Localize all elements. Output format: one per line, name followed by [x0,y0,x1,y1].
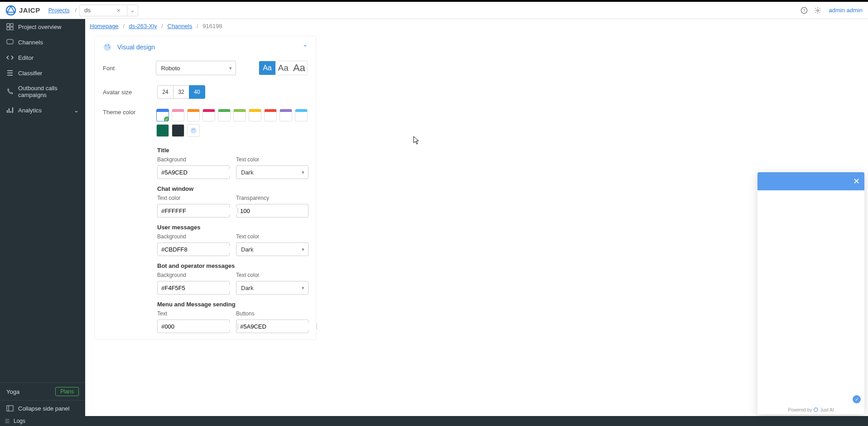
send-icon[interactable]: ✓ [853,395,861,403]
gear-icon[interactable] [811,4,825,17]
section-user-heading: User messages [157,224,308,231]
theme-swatch[interactable] [172,124,184,137]
chart-icon [6,106,14,114]
project-name: ds [84,7,110,14]
phone-icon [6,88,14,95]
font-size-small[interactable]: Aa [259,61,275,75]
chat-trans-label: Transparency [236,195,309,201]
svg-point-11 [105,45,106,46]
section-menu-heading: Menu and Message sending [157,301,308,308]
theme-swatch[interactable] [233,109,246,121]
comment-icon [6,39,14,46]
select-caret-icon: ▾ [302,247,304,252]
title-text-label: Text color [236,156,309,163]
sidebar-label: Project overview [18,24,61,30]
footer-logs[interactable]: Logs [14,418,25,424]
svg-point-10 [104,44,111,51]
svg-point-15 [192,129,193,130]
theme-swatch[interactable] [218,109,231,121]
sidebar-item-analytics[interactable]: Analytics ⌄ [0,102,85,118]
sidebar-label: Editor [18,54,34,61]
bot-text-select[interactable]: Dark▾ [236,281,309,295]
user-text-label: Text color [236,233,309,240]
palette-icon [189,126,198,135]
font-size-medium[interactable]: Aa [275,61,291,75]
title-bg-input[interactable] [157,165,230,179]
svg-point-17 [814,408,818,411]
logo-text: JAICP [19,6,40,14]
help-icon[interactable]: ? [797,4,811,17]
sidebar-item-outbound[interactable]: Outbound calls campaigns [0,81,85,102]
theme-label: Theme color [103,109,156,116]
section-title-heading: Title [157,147,308,154]
avatar-label: Avatar size [103,89,157,96]
font-label: Font [103,65,156,72]
logs-icon [5,418,10,424]
close-icon[interactable]: ✕ [853,176,860,186]
theme-swatch[interactable] [187,109,200,121]
plans-button[interactable]: Plans [55,387,79,396]
breadcrumb-home[interactable]: Homepage [90,23,119,29]
chat-trans-input[interactable] [236,204,309,218]
menu-text-input[interactable] [157,320,230,333]
avatar-size-toggle: 24 32 40 [157,85,205,99]
list-icon [6,69,14,77]
chat-footer: Powered by Just AI [757,405,864,414]
theme-swatch[interactable] [156,124,169,137]
section-chat-heading: Chat window [157,185,308,192]
theme-swatch[interactable] [280,109,292,121]
check-icon: ✓ [164,116,169,121]
breadcrumb: Homepage / ds-263-Xly / Channels / 91619… [85,19,868,33]
user-bg-input[interactable] [157,242,230,256]
visual-design-panel: Visual design ⌃ Font Roboto ▾ Aa Aa Aa [94,36,316,340]
theme-custom-swatch[interactable] [187,124,200,137]
sidebar-item-editor[interactable]: Editor [0,50,85,65]
theme-swatch[interactable] [172,109,184,121]
breadcrumb-section[interactable]: Channels [168,23,193,29]
project-selector[interactable]: ds × ⌄ [79,5,138,16]
theme-swatch[interactable] [249,109,261,121]
title-bg-label: Background [157,156,230,163]
chat-body [757,190,864,405]
chat-text-input[interactable] [157,204,230,218]
title-text-select[interactable]: Dark▾ [236,165,309,179]
menu-text-label: Text [157,310,230,317]
svg-rect-4 [7,24,10,26]
collapse-icon [6,405,14,412]
menu-btn-input[interactable] [236,320,309,333]
user-text-select[interactable]: Dark▾ [236,242,309,256]
font-size-large[interactable]: Aa [291,61,307,75]
theme-swatch[interactable] [203,109,215,121]
sidebar-item-overview[interactable]: Project overview [0,19,85,34]
chevron-down-icon[interactable]: ⌄ [127,5,135,16]
select-caret-icon: ▾ [302,169,304,175]
svg-point-16 [193,129,194,130]
panel-header[interactable]: Visual design ⌃ [95,36,316,58]
sidebar-label: Collapse side panel [18,405,69,412]
main-content: Homepage / ds-263-Xly / Channels / 91619… [85,19,868,416]
palette-icon [103,43,112,52]
avatar-40[interactable]: 40 [189,85,205,99]
close-icon[interactable]: × [115,6,123,14]
theme-swatch[interactable] [295,109,308,121]
breadcrumb-project[interactable]: ds-263-Xly [129,23,157,29]
font-select[interactable]: Roboto ▾ [156,61,236,75]
svg-point-13 [109,47,110,48]
logo: JAICP [5,5,40,16]
bot-bg-input[interactable] [157,281,230,295]
avatar-24[interactable]: 24 [157,85,174,99]
avatar-32[interactable]: 32 [173,85,189,99]
svg-text:?: ? [803,8,805,13]
sidebar-group-label: Yoga [6,388,19,395]
svg-rect-6 [7,27,10,30]
bot-bg-label: Background [157,272,230,278]
theme-swatch[interactable] [264,109,277,121]
collapse-sidebar[interactable]: Collapse side panel [0,401,85,416]
theme-swatch[interactable]: ✓ [156,109,169,121]
svg-rect-7 [10,27,13,30]
sidebar-item-classifier[interactable]: Classifier [0,65,85,81]
projects-link[interactable]: Projects [48,7,70,14]
user-menu[interactable]: admin admin [829,7,863,14]
sidebar-item-channels[interactable]: Channels [0,34,85,50]
select-caret-icon: ▾ [229,65,232,71]
